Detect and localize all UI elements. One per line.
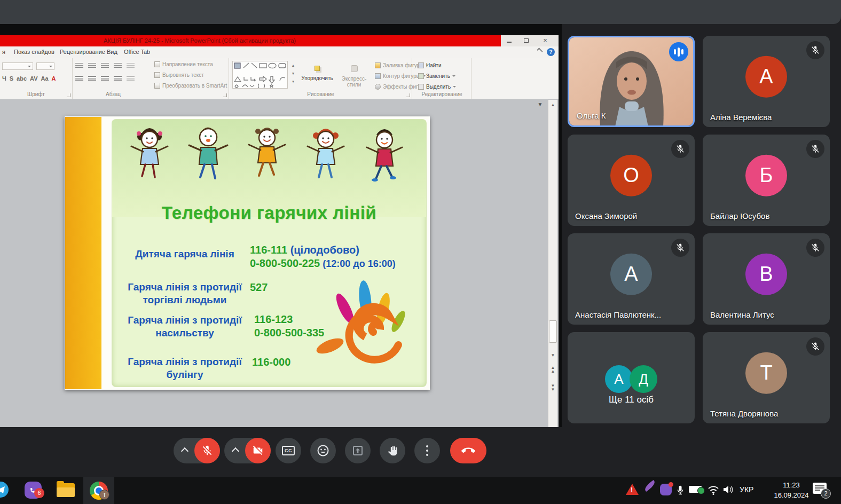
participant-tile[interactable]: В Валентина Литус xyxy=(703,233,830,325)
mic-off-icon xyxy=(806,140,824,158)
slide-accent-band xyxy=(65,117,101,389)
next-slide-icon[interactable]: ▼ ▼ xyxy=(549,383,557,392)
camera-options-chevron-icon[interactable] xyxy=(232,447,239,455)
char-spacing-icon[interactable]: AV xyxy=(30,75,37,82)
wifi-icon[interactable] xyxy=(707,484,720,495)
scroll-down-icon[interactable]: ▼ xyxy=(549,351,557,360)
viber-badge: 6 xyxy=(34,488,44,498)
quick-styles-button[interactable]: Экспресс-стили xyxy=(335,64,373,88)
ppt-ribbon: Ч S abc AV Aa A Шрифт xyxy=(0,58,559,99)
collapse-ribbon-icon[interactable] xyxy=(537,48,543,53)
align-left-icon[interactable] xyxy=(75,76,83,82)
align-center-icon[interactable] xyxy=(88,76,96,82)
participant-name: Оксана Зиморой xyxy=(575,211,637,220)
indent-increase-icon[interactable] xyxy=(114,63,122,69)
scrollbar-thumb[interactable] xyxy=(549,320,557,343)
maximize-button[interactable] xyxy=(519,37,533,45)
text-direction-button[interactable]: Направление текста xyxy=(154,61,213,67)
tab-view[interactable]: Вид xyxy=(107,49,117,55)
language-indicator[interactable]: УКР xyxy=(740,485,753,494)
volume-icon[interactable] xyxy=(722,484,735,495)
numbering-icon[interactable] xyxy=(88,63,96,69)
reactions-button[interactable] xyxy=(310,438,336,463)
font-dialog-launcher[interactable] xyxy=(67,93,70,97)
smartart-button[interactable]: Преобразовать в SmartArt xyxy=(154,83,227,89)
feather-icon[interactable] xyxy=(643,480,656,492)
hotline-label: Гаряча лінія з протидіїбулінгу xyxy=(120,356,250,381)
avatar-group: А Д xyxy=(605,365,657,393)
tab-slideshow[interactable]: Показ слайдов xyxy=(14,49,54,55)
overflow-participants-tile[interactable]: А Д Ще 11 осіб xyxy=(568,332,695,423)
window-title: АКЦІЯ БУЛІНГ 24-25 - Microsoft PowerPoin… xyxy=(0,35,501,46)
columns-icon[interactable] xyxy=(127,76,135,82)
microphone-tray-icon[interactable] xyxy=(675,484,686,497)
participant-tile[interactable]: А Аліна Веремієва xyxy=(703,36,830,127)
previous-slide-icon[interactable]: ▲ ▲ xyxy=(549,365,557,374)
strikethrough-icon[interactable]: S xyxy=(10,75,13,82)
shadow-icon[interactable]: abc xyxy=(17,75,27,82)
participant-tile-video[interactable]: Ольга К xyxy=(568,36,695,127)
battery-icon[interactable] xyxy=(689,486,702,493)
paragraph-dialog-launcher[interactable] xyxy=(223,93,227,97)
participant-tile[interactable]: Б Байлар Юсубов xyxy=(703,135,830,226)
avatar: О xyxy=(610,154,652,196)
participant-name: Аліна Веремієва xyxy=(710,113,772,122)
participant-tile[interactable]: Т Тетяна Дворянова xyxy=(703,332,830,423)
clock[interactable]: 11:23 16.09.2024 xyxy=(765,480,818,500)
font-color-icon[interactable]: A xyxy=(52,75,56,82)
shapes-scroll[interactable]: ▲▼▾ xyxy=(290,61,296,85)
present-button[interactable] xyxy=(345,438,371,463)
font-size-dropdown[interactable] xyxy=(36,62,54,70)
camera-button-off[interactable] xyxy=(245,438,271,463)
file-explorer-icon[interactable] xyxy=(57,483,75,497)
bullets-icon[interactable] xyxy=(75,63,83,69)
line-spacing-icon[interactable] xyxy=(127,63,135,69)
help-icon[interactable]: ? xyxy=(547,48,555,56)
captions-button[interactable]: CC xyxy=(276,438,301,463)
underline-icon[interactable]: Ч xyxy=(2,75,6,82)
hotline-label: Гаряча лінія з протидіїторгівлі людьми xyxy=(120,281,250,306)
hotline-label: Гаряча лінія з протидіїнасильству xyxy=(120,314,250,340)
vertical-scrollbar[interactable]: ▲ ▼ ▲ ▲ ▼ ▼ xyxy=(548,100,557,434)
font-name-dropdown[interactable] xyxy=(2,62,33,70)
tab-office-tab[interactable]: Office Tab xyxy=(124,49,150,55)
participant-name: Байлар Юсубов xyxy=(710,211,769,220)
call-end-icon xyxy=(461,444,475,458)
align-text-button[interactable]: Выровнять текст xyxy=(154,72,204,78)
overflow-count-label: Ще 11 осіб xyxy=(568,395,695,405)
participant-tile[interactable]: О Оксана Зиморой xyxy=(568,135,695,226)
end-call-button[interactable] xyxy=(450,438,486,463)
mic-off-icon xyxy=(671,239,689,257)
replace-button[interactable]: Заменить xyxy=(418,73,455,79)
telegram-icon[interactable] xyxy=(0,482,9,498)
indent-decrease-icon[interactable] xyxy=(101,63,109,69)
more-options-button[interactable] xyxy=(414,438,440,463)
mic-options-chevron-icon[interactable] xyxy=(181,447,188,455)
viber-tray-icon[interactable] xyxy=(660,484,672,495)
presentation-banner[interactable] xyxy=(0,0,841,24)
minimize-button[interactable] xyxy=(502,37,516,45)
raise-hand-button[interactable] xyxy=(380,438,405,463)
mic-button-muted[interactable] xyxy=(194,438,220,463)
pane-dropdown-icon[interactable]: ▼ xyxy=(538,101,543,107)
scroll-up-icon[interactable]: ▲ xyxy=(549,100,557,109)
close-button[interactable]: × xyxy=(538,37,552,45)
hotline-numbers: 116-111 (цілодобово) 0-800-500-225 (12:0… xyxy=(250,243,423,271)
ribbon-group-paragraph: Направление текста Выровнять текст Преоб… xyxy=(73,58,229,99)
participant-tile[interactable]: А Анастасія Павлютенк... xyxy=(568,233,695,325)
align-right-icon[interactable] xyxy=(101,76,109,82)
ppt-titlebar[interactable]: АКЦІЯ БУЛІНГ 24-25 - Microsoft PowerPoin… xyxy=(0,35,559,46)
shapes-gallery[interactable] xyxy=(232,61,288,89)
slide: Телефони гарячих ліній Дитяча гаряча лін… xyxy=(65,116,430,390)
find-button[interactable]: Найти xyxy=(418,62,442,68)
select-button[interactable]: Выделить xyxy=(418,84,456,90)
tab-partial[interactable]: я xyxy=(2,49,5,55)
arrange-button[interactable]: Упорядочить xyxy=(300,64,334,81)
drawing-dialog-launcher[interactable] xyxy=(406,93,410,97)
warning-icon[interactable]: ! xyxy=(626,484,639,495)
tab-review[interactable]: Рецензирование xyxy=(60,49,105,55)
justify-icon[interactable] xyxy=(114,76,122,82)
hand-spiral-illustration xyxy=(314,278,409,377)
viber-icon[interactable]: 6 xyxy=(25,482,42,499)
change-case-icon[interactable]: Aa xyxy=(41,75,49,82)
